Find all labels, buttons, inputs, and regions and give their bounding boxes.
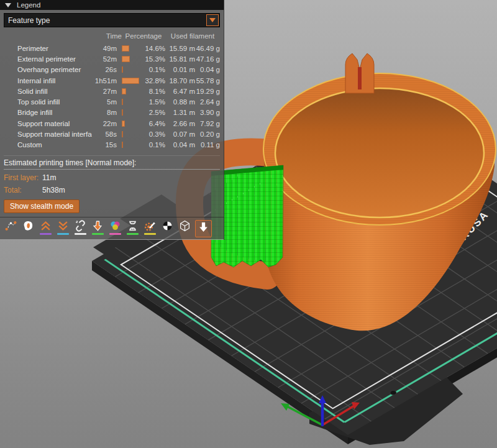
feature-time: 15s	[92, 141, 122, 149]
feature-percentage: 15.3%	[143, 55, 165, 63]
feature-time: 52m	[92, 55, 122, 63]
feature-type-row[interactable]: Custom 15s 0.1% 0.04 m 0.11 g	[4, 140, 220, 150]
mug-handle-top-prong[interactable]	[345, 53, 374, 93]
feature-type-row[interactable]: Top solid infill 5m 1.5% 0.88 m 2.64 g	[4, 96, 220, 107]
view-feature-type-icon[interactable]	[4, 220, 18, 235]
feature-grams: 0.04 g	[195, 66, 220, 73]
collapse-triangle-icon[interactable]	[5, 3, 11, 7]
feature-time: 49m	[92, 45, 122, 52]
feature-label: External perimeter	[17, 55, 92, 63]
view-speed-icon[interactable]	[56, 220, 70, 235]
view-volumetric-flow-icon[interactable]	[108, 220, 122, 235]
estimated-times-heading: Estimated printing times [Normal mode]:	[4, 156, 220, 170]
prong-seam	[358, 67, 362, 89]
feature-meters: 0.88 m	[165, 98, 195, 106]
feature-percentage: 6.4%	[143, 120, 165, 127]
view-type-dropdown[interactable]: Feature type	[4, 13, 220, 27]
bed-screw-hole	[390, 391, 396, 395]
legend-column-headers: Time Percentage Used filament	[0, 29, 224, 42]
feature-type-row[interactable]: Overhang perimeter 26s 0.1% 0.01 m 0.04 …	[4, 65, 220, 75]
toggle-shells-icon[interactable]	[178, 220, 192, 235]
chevron-down-icon	[209, 18, 216, 22]
feature-percentage: 14.6%	[143, 45, 165, 52]
view-type-selected: Feature type	[4, 16, 206, 25]
percentage-bar	[122, 88, 126, 94]
feature-label: Support material interface	[17, 130, 92, 138]
prusaslicer-preview-window: { "panel": { "title": "Legend", "view_ty…	[0, 0, 497, 448]
feature-grams: 0.11 g	[195, 141, 220, 149]
legend-panel: Legend Feature type Time Percentage Used…	[0, 0, 224, 240]
feature-grams: 55.78 g	[195, 77, 220, 85]
total-label: Total:	[4, 186, 42, 194]
feature-grams: 46.49 g	[195, 45, 220, 52]
feature-time: 26s	[92, 66, 122, 73]
feature-percentage: 8.1%	[143, 88, 165, 95]
percentage-bar	[122, 99, 123, 105]
preview-toolbar	[0, 217, 224, 240]
feature-type-row[interactable]: Solid infill 27m 8.1% 6.47 m 19.29 g	[4, 86, 220, 96]
feature-label: Solid infill	[17, 88, 92, 95]
feature-time: 27m	[92, 88, 122, 95]
toggle-legend-icon[interactable]	[195, 220, 212, 237]
view-width-icon[interactable]	[39, 220, 53, 235]
feature-type-row[interactable]: External perimeter 52m 15.3% 15.81 m 47.…	[4, 53, 220, 64]
feature-percentage: 0.3%	[143, 130, 165, 138]
feature-meters: 15.81 m	[165, 55, 195, 63]
percentage-bar	[122, 78, 139, 84]
view-color-print-icon[interactable]	[143, 220, 157, 235]
feature-grams: 7.92 g	[195, 120, 220, 127]
feature-meters: 6.47 m	[165, 88, 195, 95]
feature-percentage: 1.5%	[143, 98, 165, 106]
show-stealth-mode-button[interactable]: Show stealth mode	[4, 199, 80, 213]
percentage-bar	[122, 131, 123, 137]
feature-label: Internal infill	[17, 77, 92, 85]
feature-meters: 2.66 m	[165, 120, 195, 127]
percentage-bar	[122, 66, 123, 73]
feature-percentage: 32.8%	[143, 77, 165, 85]
feature-percentage: 2.5%	[143, 109, 165, 116]
percentage-bar	[122, 45, 129, 52]
column-header-used-filament: Used filament	[165, 32, 220, 40]
feature-time: 8m	[92, 109, 122, 116]
feature-type-row[interactable]: Internal infill 1h51m 32.8% 18.70 m 55.7…	[4, 75, 220, 86]
feature-grams: 19.29 g	[195, 88, 220, 95]
feature-type-row[interactable]: Perimeter 49m 14.6% 15.59 m 46.49 g	[4, 43, 220, 53]
legend-titlebar[interactable]: Legend	[0, 0, 224, 10]
feature-label: Overhang perimeter	[17, 66, 92, 73]
feature-meters: 1.31 m	[165, 109, 195, 116]
total-value: 5h38m	[42, 186, 65, 194]
feature-label: Perimeter	[17, 45, 92, 52]
legend-title: Legend	[17, 1, 40, 9]
column-header-time: Time	[92, 32, 122, 40]
feature-meters: 0.04 m	[165, 141, 195, 149]
percentage-bar	[122, 56, 130, 62]
feature-label: Custom	[17, 141, 92, 149]
first-layer-label: First layer:	[4, 173, 42, 182]
dropdown-arrow-button[interactable]	[206, 14, 219, 26]
feature-label: Bridge infill	[17, 109, 92, 116]
feature-grams: 3.90 g	[195, 109, 220, 116]
view-fan-speed-icon[interactable]	[73, 220, 88, 235]
view-layer-time-icon[interactable]	[125, 220, 140, 235]
feature-time: 1h51m	[92, 77, 122, 85]
feature-type-row[interactable]: Support material interface 58s 0.3% 0.07…	[4, 129, 220, 139]
feature-time: 5m	[92, 98, 122, 106]
feature-percentage: 0.1%	[143, 66, 165, 73]
feature-type-row[interactable]: Support material 22m 6.4% 2.66 m 7.92 g	[4, 118, 220, 129]
feature-percentage: 0.1%	[143, 141, 165, 149]
feature-meters: 0.01 m	[165, 66, 195, 73]
toggle-travel-moves-icon[interactable]	[160, 220, 175, 235]
first-layer-value: 11m	[42, 173, 56, 182]
feature-meters: 0.07 m	[165, 130, 195, 138]
feature-type-row[interactable]: Bridge infill 8m 2.5% 1.31 m 3.90 g	[4, 107, 220, 118]
feature-label: Support material	[17, 120, 92, 127]
feature-time: 22m	[92, 120, 122, 127]
mug-interior	[275, 88, 484, 217]
feature-grams: 47.16 g	[195, 55, 220, 63]
view-height-icon[interactable]	[21, 220, 35, 235]
feature-label: Top solid infill	[17, 98, 92, 106]
estimated-times-section: Estimated printing times [Normal mode]: …	[4, 155, 220, 194]
view-temperature-icon[interactable]	[91, 220, 105, 235]
percentage-bar	[122, 121, 125, 127]
feature-grams: 0.20 g	[195, 130, 220, 138]
